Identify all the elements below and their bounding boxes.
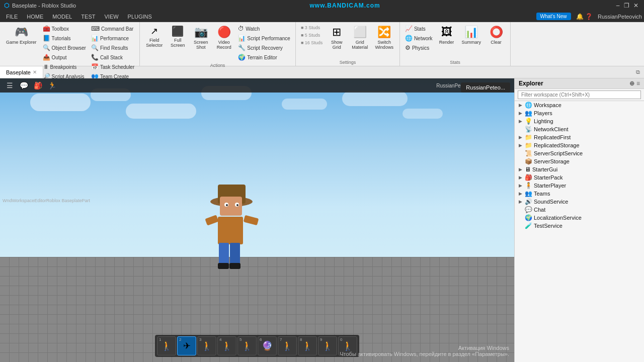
player-icon[interactable]: 🏃	[46, 80, 57, 91]
actions-group-label: Actions	[210, 63, 225, 68]
output-button[interactable]: 📤Output	[41, 53, 88, 62]
explorer-add-icon[interactable]: ⊕	[629, 80, 634, 87]
video-record-button[interactable]: 🔴 VideoRecord	[213, 24, 235, 51]
tool-slot-9[interactable]: 9🚶	[318, 336, 337, 355]
tree-item-serverscriptservice[interactable]: 📜 ServerScriptService	[515, 149, 644, 157]
tree-item-chat[interactable]: 💬 Chat	[515, 206, 644, 214]
physics-button[interactable]: ⚙Physics	[403, 43, 435, 52]
settings-small: ■ 3 Studs ■ 5 Studs ■ 16 Studs	[299, 24, 325, 46]
svg-point-5	[226, 204, 228, 206]
explorer-settings-icon[interactable]: ≡	[636, 80, 640, 87]
cloud-6	[342, 91, 408, 106]
tree-item-replicatedfirst[interactable]: ▶ 📁 ReplicatedFirst	[515, 133, 644, 141]
menu-model[interactable]: MODEL	[48, 12, 76, 22]
tree-item-serverstorage[interactable]: 📦 ServerStorage	[515, 157, 644, 165]
field-selector-button[interactable]: ↗ FieldSelector	[143, 24, 166, 49]
baseplate-tab[interactable]: Baseplate ✕	[0, 66, 43, 78]
explorer-search-input[interactable]	[518, 90, 641, 99]
settings-group-label: Settings	[340, 60, 356, 65]
tree-item-players[interactable]: ▶ 👥 Players	[515, 109, 644, 117]
titlebar-left: ⬡ Baseplate - Roblox Studio	[4, 2, 76, 9]
3studs-button[interactable]: ■ 3 Studs	[299, 24, 325, 31]
call-stack-button[interactable]: 📞Call Stack	[89, 53, 136, 62]
tool-slot-0[interactable]: 0🚶	[338, 336, 357, 355]
clear-button[interactable]: ⭕ Clear	[485, 24, 507, 46]
script-performance-button[interactable]: 📊Script Performance	[236, 34, 292, 43]
restore-view-button[interactable]: ⧉	[632, 66, 644, 78]
chat-icon[interactable]: 💬	[18, 80, 29, 91]
game-explorer-button[interactable]: 🎮 Game Explorer	[3, 24, 40, 46]
tab-close-button[interactable]: ✕	[33, 69, 37, 75]
script-recovery-button[interactable]: 🔧Script Recovery	[236, 43, 292, 52]
16studs-button[interactable]: ■ 16 Studs	[299, 39, 325, 46]
summary-button[interactable]: 📊 Summary	[459, 24, 485, 46]
terrain-editor-button[interactable]: 🌍Terrain Editor	[236, 53, 292, 62]
screen-shot-button[interactable]: 📷 ScreenShot	[190, 24, 212, 51]
watch-button[interactable]: ⏱Watch	[236, 24, 292, 33]
bottom-toolbar: 1🚶 2✈ 3🚶 4🚶 5🚶 6🔮 7🚶 8🚶	[155, 335, 359, 357]
switch-windows-button[interactable]: 🔀 SwitchWindows	[372, 24, 396, 51]
backpack-icon[interactable]: 🎒	[32, 80, 43, 91]
whats-new-button[interactable]: What's New	[536, 13, 571, 20]
tree-item-lighting[interactable]: ▶ 💡 Lighting	[515, 117, 644, 125]
grid-material-button[interactable]: ⬜ GridMaterial	[349, 24, 371, 51]
tool-slot-1[interactable]: 1🚶	[157, 336, 176, 355]
toolbox-button[interactable]: 🧰Toolbox	[41, 24, 88, 33]
menu-test[interactable]: TEST	[77, 12, 99, 22]
players-arrow: ▶	[519, 111, 525, 116]
minimize-button[interactable]: –	[614, 2, 622, 10]
tool-slot-3[interactable]: 3🚶	[197, 336, 216, 355]
explorer-tree: ▶ 🌐 Workspace ▶ 👥 Players ▶ 💡 Lighting 📡…	[515, 101, 644, 362]
tree-item-starterplayer[interactable]: ▶ 🧍 StarterPlayer	[515, 182, 644, 190]
viewport-topbar: ☰ 💬 🎒 🏃 RussianPeteovich Account: 13+	[0, 78, 514, 93]
tree-item-starterpack[interactable]: ▶ 🎒 StarterPack	[515, 173, 644, 182]
menu-home[interactable]: HOME	[23, 12, 47, 22]
lighting-arrow: ▶	[519, 119, 525, 124]
tool-slot-4[interactable]: 4🚶	[217, 336, 236, 355]
lighting-icon: 💡	[525, 118, 532, 125]
render-button[interactable]: 🖼 Render	[436, 24, 458, 46]
tree-item-testservice[interactable]: 🧪 TestService	[515, 222, 644, 230]
lighting-label: Lighting	[534, 118, 553, 124]
5studs-button[interactable]: ■ 5 Studs	[299, 32, 325, 39]
grid-material-icon: ⬜	[353, 26, 367, 39]
tool-slot-8[interactable]: 8🚶	[298, 336, 317, 355]
titlebar-controls: – ❐ ✕	[614, 2, 640, 10]
show-grid-button[interactable]: ⊞ ShowGrid	[326, 24, 348, 51]
menu-plugins[interactable]: PLUGINS	[124, 12, 156, 22]
restore-button[interactable]: ❐	[623, 2, 631, 10]
viewport[interactable]: ☰ 💬 🎒 🏃 RussianPeteovich Account: 13+ Ru…	[0, 78, 514, 362]
menu-file[interactable]: FILE	[2, 12, 22, 22]
tree-item-soundservice[interactable]: ▶ 🔊 SoundService	[515, 198, 644, 206]
tree-item-replicatedstorage[interactable]: ▶ 📁 ReplicatedStorage	[515, 141, 644, 149]
tool-slot-6[interactable]: 6🔮	[258, 336, 277, 355]
object-browser-button[interactable]: 🔍Object Browser	[41, 43, 88, 52]
full-screen-button[interactable]: ⬛ FullScreen	[167, 24, 189, 49]
svg-rect-9	[244, 215, 259, 225]
switch-windows-label: SwitchWindows	[375, 40, 393, 50]
field-selector-label: FieldSelector	[146, 38, 163, 48]
stats-button[interactable]: 📈Stats	[403, 24, 435, 33]
performance-button[interactable]: 📊Performance	[89, 34, 136, 43]
stats-small: 📈Stats 🌐Network ⚙Physics	[403, 24, 435, 52]
close-button[interactable]: ✕	[632, 2, 640, 10]
tree-item-workspace[interactable]: ▶ 🌐 Workspace	[515, 101, 644, 109]
tree-item-startergui[interactable]: ▶ 🖥 StarterGui	[515, 165, 644, 173]
tree-item-teams[interactable]: ▶ 👥 Teams	[515, 190, 644, 198]
tree-item-networkclient[interactable]: 📡 NetworkClient	[515, 125, 644, 133]
tool-slot-7[interactable]: 7🚶	[278, 336, 297, 355]
tool-slot-2[interactable]: 2✈	[177, 336, 196, 355]
tree-item-localizationservice[interactable]: 🌍 LocalizationService	[515, 214, 644, 222]
task-scheduler-button[interactable]: 📅Task Scheduler	[89, 62, 136, 71]
full-screen-icon: ⬛	[172, 26, 183, 37]
starterplayer-label: StarterPlayer	[534, 183, 566, 189]
hamburger-icon[interactable]: ☰	[4, 80, 15, 91]
network-button[interactable]: 🌐Network	[403, 34, 435, 43]
find-results-button[interactable]: 🔍Find Results	[89, 43, 136, 52]
command-bar-button[interactable]: ⌨Command Bar	[89, 24, 136, 33]
tool-slot-5[interactable]: 5🚶	[237, 336, 257, 355]
breakpoints-button[interactable]: ⏸Breakpoints	[41, 62, 88, 71]
tutorials-button[interactable]: 📘Tutorials	[41, 34, 88, 43]
ribbon-group-settings: ■ 3 Studs ■ 5 Studs ■ 16 Studs ⊞ ShowGri…	[296, 22, 400, 66]
menu-view[interactable]: VIEW	[100, 12, 122, 22]
